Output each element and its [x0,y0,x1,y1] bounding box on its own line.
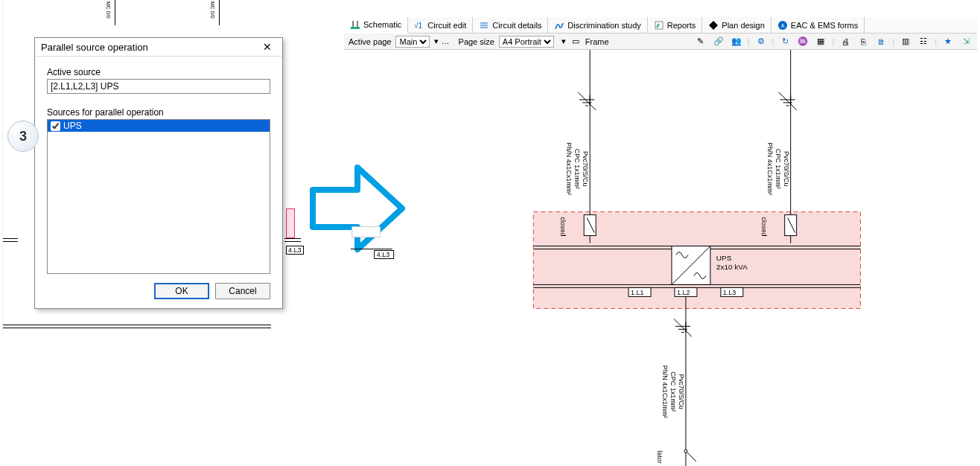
svg-text:lator: lator [656,450,664,463]
svg-text:2x10 kVA: 2x10 kVA [716,263,748,271]
svg-text:Pvc70/S/Cu: Pvc70/S/Cu [678,374,685,409]
page-size-label: Page size [459,37,494,46]
tab-schematic[interactable]: Schematic [344,17,408,33]
active-page-select[interactable]: Main [395,36,430,48]
export-icon: ⇲ [963,36,970,46]
toolbar-pencil[interactable]: ✎ [694,35,707,48]
step-number: 3 [19,129,27,144]
tab-reports[interactable]: Reports [648,17,703,33]
svg-text:CPC  1x1mm²: CPC 1x1mm² [669,371,677,412]
tree-icon: ♒ [798,36,808,46]
toolbar-grid[interactable]: ▦ [814,35,827,48]
active-page-label: Active page [349,37,391,46]
list-item-label: UPS [63,121,82,131]
svg-text:closed: closed [760,217,768,237]
svg-text:1.L2: 1.L2 [677,289,690,296]
pencil-icon: ✎ [697,36,704,46]
page-ellipsis[interactable]: ▾ … [434,36,449,46]
eac-icon: A [777,20,788,31]
dialog-titlebar[interactable]: Parallel source operation ✕ [35,38,282,57]
toolbar-doc[interactable]: 🗎 [874,35,888,48]
svg-text:Ph/N 4x1Cx1mm²: Ph/N 4x1Cx1mm² [766,142,774,195]
list-item-checkbox[interactable] [51,121,60,131]
svg-point-59 [684,450,687,453]
toolbar-star[interactable]: ★ [941,35,955,48]
copy-icon: ⎘ [861,37,866,46]
page-size-select[interactable]: A4 Portrait [499,36,554,48]
toolbar-hbar[interactable]: ▥ [899,35,912,48]
svg-text:CPC  1x1mm²: CPC 1x1mm² [573,149,581,189]
svg-text:Pvc70/S/Cu: Pvc70/S/Cu [582,151,589,186]
ok-button[interactable]: OK [154,283,209,299]
svg-rect-0 [351,27,360,29]
tab-label: Circuit edit [427,21,466,30]
svg-text:1.L1: 1.L1 [631,289,643,296]
svg-text:closed: closed [559,217,567,237]
frame-label[interactable]: Frame [585,37,609,46]
app-window: Schematic √1 Circuit edit Circuit detail… [344,17,977,466]
toolbar-sliders[interactable]: ⚙ [754,35,768,48]
schematic-canvas[interactable]: Ph/N 4x1Cx1mm² CPC 1x1mm² Pvc70/S/Cu clo… [344,50,977,466]
hbar-icon: ▥ [902,36,909,46]
svg-text:√1: √1 [414,22,422,30]
parallel-source-dialog: Parallel source operation ✕ Active sourc… [34,37,283,309]
list-item[interactable]: UPS [48,120,270,132]
reports-icon [654,20,664,31]
frame-icon: ▭ [570,36,581,47]
circuit-edit-icon: √1 [414,20,424,31]
svg-text:CPC  1x1mm²: CPC 1x1mm² [774,149,782,189]
node-1l1: 1.L1 [629,287,651,296]
tab-label: EAC & EMS forms [791,21,858,30]
svg-text:Pvc70/S/Cu: Pvc70/S/Cu [783,151,790,186]
users-icon: 👥 [731,36,742,46]
toolbar-export[interactable]: ⇲ [959,35,973,48]
toolbar-print[interactable]: 🖨 [839,35,852,48]
dialog-title: Parallel source operation [41,42,148,53]
step-badge: 3 [7,121,39,152]
tab-label: Circuit details [492,21,541,30]
tab-circuit-edit[interactable]: √1 Circuit edit [408,17,473,33]
dialog-close-button[interactable]: ✕ [258,41,276,53]
plan-icon [708,20,719,31]
svg-line-16 [578,92,596,110]
toolbar-copy[interactable]: ⎘ [856,35,870,48]
tab-label: Plan design [722,21,765,30]
active-source-input[interactable] [47,79,270,94]
schematic-icon [350,19,360,30]
tab-eac-forms[interactable]: A EAC & EMS forms [771,17,865,33]
refresh-icon: ↻ [782,36,789,46]
ribbon: Schematic √1 Circuit edit Circuit detail… [344,17,977,33]
svg-line-54 [674,319,692,336]
node-1l2: 1.L2 [675,287,697,296]
grid-icon: ▦ [817,36,824,46]
parallel-sources-list[interactable]: UPS [47,119,270,274]
svg-line-58 [686,451,696,462]
toolbar-tree[interactable]: ♒ [796,35,809,48]
link-icon: 🔗 [713,36,724,46]
cancel-button[interactable]: Cancel [215,283,270,299]
svg-text:1.L3: 1.L3 [723,289,736,296]
active-source-label: Active source [47,67,270,77]
toolbar-users[interactable]: 👥 [730,35,743,48]
discrimination-icon [554,20,564,31]
forms-icon: ☷ [920,36,927,46]
svg-text:A: A [780,23,784,28]
tab-circuit-details[interactable]: Circuit details [473,17,548,33]
tab-discrimination[interactable]: Discrimination study [548,17,647,33]
svg-text:Ph/N 4x1Cx1mm²: Ph/N 4x1Cx1mm² [661,366,669,418]
node-1l3: 1.L3 [721,287,743,296]
tab-plan-design[interactable]: Plan design [702,17,771,33]
circuit-details-icon [479,20,489,31]
sliders-icon: ⚙ [757,36,765,46]
svg-text:Ph/N 4x1Cx1mm²: Ph/N 4x1Cx1mm² [565,142,573,195]
svg-text:4.L3: 4.L3 [377,252,389,259]
option-bar: Active page Main ▾ … Page size A4 Portra… [344,33,977,50]
close-icon: ✕ [263,41,272,53]
star-icon: ★ [944,36,952,46]
tab-label: Schematic [363,20,401,29]
toolbar-forms[interactable]: ☷ [917,35,930,48]
tab-label: Reports [667,21,696,30]
parallel-sources-label: Sources for parallel operation [47,107,270,118]
toolbar-link[interactable]: 🔗 [712,35,725,48]
toolbar-refresh[interactable]: ↻ [778,35,792,48]
